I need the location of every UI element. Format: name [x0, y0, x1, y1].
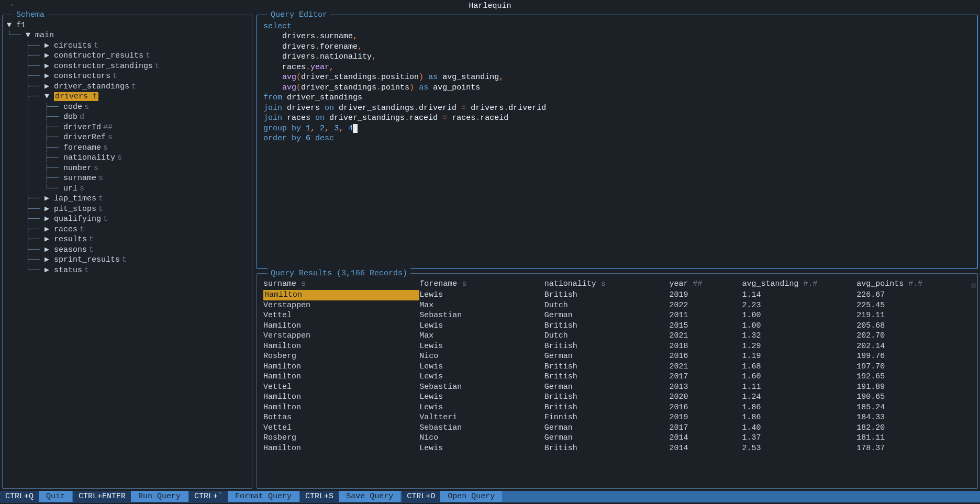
- result-cell[interactable]: 1.14: [742, 290, 857, 300]
- result-cell[interactable]: British: [544, 341, 670, 352]
- result-row[interactable]: Rosberg Nico German 2016 1.19 199.76: [261, 351, 973, 362]
- result-cell[interactable]: Lewis: [419, 321, 544, 331]
- result-cell[interactable]: 202.14: [856, 341, 971, 352]
- tree-column-url[interactable]: │ └── urls: [7, 184, 250, 194]
- result-cell[interactable]: Vettel: [263, 382, 419, 393]
- result-cell[interactable]: 2016: [669, 402, 742, 413]
- sql-line[interactable]: avg(driver_standings.position) as avg_st…: [263, 72, 971, 83]
- result-row[interactable]: Hamilton Lewis British 2016 1.86 185.24: [261, 402, 973, 413]
- result-cell[interactable]: 2011: [669, 310, 742, 321]
- result-cell[interactable]: 2021: [669, 331, 742, 341]
- result-cell[interactable]: 2018: [669, 341, 742, 352]
- result-cell[interactable]: Lewis: [419, 443, 544, 454]
- result-cell[interactable]: 199.76: [856, 351, 971, 362]
- result-cell[interactable]: 226.67: [856, 290, 971, 300]
- result-cell[interactable]: British: [544, 362, 670, 372]
- tree-table-pit_stops[interactable]: ├── ▶ pit_stopst: [7, 204, 250, 215]
- result-cell[interactable]: Nico: [419, 351, 544, 362]
- result-cell[interactable]: Lewis: [419, 402, 544, 413]
- result-row[interactable]: Hamilton Lewis British 2018 1.29 202.14: [261, 341, 973, 352]
- footer-action-quit[interactable]: Quit: [39, 491, 72, 502]
- result-cell[interactable]: 2.53: [742, 443, 857, 454]
- column-header-nationality[interactable]: nationality s: [544, 279, 670, 289]
- result-cell[interactable]: Lewis: [419, 392, 544, 402]
- result-cell[interactable]: Vettel: [263, 310, 419, 321]
- tree-table-lap_times[interactable]: ├── ▶ lap_timest: [7, 194, 250, 204]
- scrollbar-icon[interactable]: [971, 283, 976, 288]
- result-cell[interactable]: 1.86: [742, 412, 857, 423]
- result-cell[interactable]: Sebastian: [419, 382, 544, 393]
- result-cell[interactable]: Dutch: [544, 331, 670, 341]
- result-row[interactable]: Rosberg Nico German 2014 1.37 181.11: [261, 433, 973, 443]
- result-row[interactable]: Hamilton Lewis British 2015 1.00 205.68: [261, 321, 973, 331]
- result-cell[interactable]: Sebastian: [419, 310, 544, 321]
- result-cell[interactable]: German: [544, 382, 670, 393]
- tree-column-surname[interactable]: │ ├── surnames: [7, 173, 250, 184]
- result-cell[interactable]: 219.11: [856, 310, 971, 321]
- result-row[interactable]: Hamilton Lewis British 2017 1.60 192.65: [261, 372, 973, 382]
- sql-line[interactable]: drivers.nationality,: [263, 52, 971, 62]
- tree-table-races[interactable]: ├── ▶ racest: [7, 225, 250, 235]
- tree-table-constructors[interactable]: ├── ▶ constructorst: [7, 71, 250, 82]
- result-cell[interactable]: Hamilton: [263, 372, 419, 382]
- result-row[interactable]: Bottas Valtteri Finnish 2019 1.86 184.33: [261, 412, 973, 423]
- result-cell[interactable]: Lewis: [419, 290, 544, 300]
- column-header-avg_points[interactable]: avg_points #.#: [856, 279, 971, 289]
- result-cell[interactable]: Valtteri: [419, 412, 544, 423]
- footer-action-open query[interactable]: Open Query: [440, 491, 502, 502]
- tree-db[interactable]: ▼ f1: [7, 20, 250, 31]
- sql-editor[interactable]: select drivers.surname, drivers.forename…: [259, 20, 975, 145]
- result-cell[interactable]: 2.23: [742, 300, 857, 311]
- result-cell[interactable]: 181.11: [856, 433, 971, 443]
- result-cell[interactable]: Hamilton: [263, 290, 419, 300]
- result-row[interactable]: Verstappen Max Dutch 2021 1.32 202.70: [261, 331, 973, 341]
- result-cell[interactable]: 197.70: [856, 362, 971, 372]
- result-cell[interactable]: 2015: [669, 321, 742, 331]
- result-cell[interactable]: 190.65: [856, 392, 971, 402]
- result-cell[interactable]: 191.89: [856, 382, 971, 393]
- result-cell[interactable]: 1.11: [742, 382, 857, 393]
- result-cell[interactable]: German: [544, 423, 670, 433]
- sql-line[interactable]: join drivers on driver_standings.driveri…: [263, 103, 971, 114]
- result-cell[interactable]: Rosberg: [263, 433, 419, 443]
- tree-table-status[interactable]: └── ▶ statust: [7, 265, 250, 276]
- result-row[interactable]: Verstappen Max Dutch 2022 2.23 225.45: [261, 300, 973, 311]
- result-cell[interactable]: 185.24: [856, 402, 971, 413]
- result-cell[interactable]: German: [544, 433, 670, 443]
- result-cell[interactable]: 1.32: [742, 331, 857, 341]
- result-row[interactable]: Hamilton Lewis British 2020 1.24 190.65: [261, 392, 973, 402]
- result-cell[interactable]: 1.86: [742, 402, 857, 413]
- tree-column-driverRef[interactable]: │ ├── driverRefs: [7, 132, 250, 143]
- footer-action-format query[interactable]: Format Query: [228, 491, 299, 502]
- result-cell[interactable]: Verstappen: [263, 300, 419, 311]
- result-cell[interactable]: Rosberg: [263, 351, 419, 362]
- result-cell[interactable]: 225.45: [856, 300, 971, 311]
- tree-table-circuits[interactable]: ├── ▶ circuitst: [7, 41, 250, 51]
- result-cell[interactable]: British: [544, 443, 670, 454]
- footer-action-save query[interactable]: Save Query: [339, 491, 400, 502]
- result-cell[interactable]: Hamilton: [263, 443, 419, 454]
- result-cell[interactable]: 1.19: [742, 351, 857, 362]
- result-cell[interactable]: 2021: [669, 362, 742, 372]
- column-header-year[interactable]: year ##: [669, 279, 742, 289]
- tree-table-driver_standings[interactable]: ├── ▶ driver_standingst: [7, 82, 250, 92]
- tree-column-dob[interactable]: │ ├── dobd: [7, 112, 250, 122]
- tree-schema[interactable]: └── ▼ main: [7, 30, 250, 41]
- result-cell[interactable]: Lewis: [419, 341, 544, 352]
- result-cell[interactable]: Finnish: [544, 412, 670, 423]
- result-cell[interactable]: British: [544, 290, 670, 300]
- sql-line[interactable]: from driver_standings: [263, 93, 971, 103]
- result-cell[interactable]: British: [544, 392, 670, 402]
- result-cell[interactable]: 1.24: [742, 392, 857, 402]
- result-cell[interactable]: Verstappen: [263, 331, 419, 341]
- result-cell[interactable]: 2017: [669, 423, 742, 433]
- result-cell[interactable]: 192.65: [856, 372, 971, 382]
- result-cell[interactable]: 2020: [669, 392, 742, 402]
- result-cell[interactable]: 2013: [669, 382, 742, 393]
- tree-column-forename[interactable]: │ ├── forenames: [7, 143, 250, 153]
- result-cell[interactable]: 178.37: [856, 443, 971, 454]
- result-cell[interactable]: 2019: [669, 290, 742, 300]
- result-cell[interactable]: 202.70: [856, 331, 971, 341]
- sql-line[interactable]: drivers.surname,: [263, 31, 971, 42]
- tree-column-nationality[interactable]: │ ├── nationalitys: [7, 153, 250, 163]
